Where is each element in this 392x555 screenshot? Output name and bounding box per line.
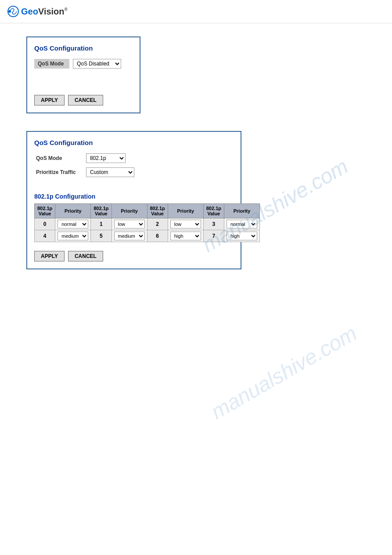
panel1-mode-select[interactable]: QoS Disabled 802.1p DSCP xyxy=(73,59,121,69)
col-header-val1: 802.1pValue xyxy=(91,204,111,218)
panel2-mode-label: QoS Mode xyxy=(34,153,83,163)
panel1-title: QoS Configuration xyxy=(34,44,133,52)
panel1-button-row: APPLY CANCEL xyxy=(34,95,133,105)
row1-pri0-cell: low normal medium high xyxy=(55,218,91,230)
panel2-cancel-button[interactable]: CANCEL xyxy=(68,251,103,261)
row1-pri3-cell: low normal medium high xyxy=(224,218,260,230)
col-header-val3: 802.1pValue xyxy=(203,204,224,218)
row1-val3: 3 xyxy=(203,218,224,230)
row2-val3: 7 xyxy=(203,230,224,242)
panel1-apply-button[interactable]: APPLY xyxy=(34,95,65,105)
row2-val0: 4 xyxy=(35,230,55,242)
header: GeoVision® xyxy=(0,0,392,23)
row2-val1: 5 xyxy=(91,230,111,242)
row1-val1: 1 xyxy=(91,218,111,230)
qos-panel-2: QoS Configuration QoS Mode QoS Disabled … xyxy=(26,131,241,269)
panel2-subtitle: 802.1p Configuration xyxy=(34,193,234,200)
row2-pri3-cell: low normal medium high xyxy=(224,230,260,242)
row2-pri0-cell: low normal medium high xyxy=(55,230,91,242)
col-header-pri1: Priority xyxy=(111,204,147,218)
svg-point-1 xyxy=(8,10,11,13)
row2-pri1-select[interactable]: low normal medium high xyxy=(114,232,145,240)
qos-panel-1: QoS Configuration QoS Mode QoS Disabled … xyxy=(26,36,140,113)
logo-text: GeoVision® xyxy=(21,7,68,17)
panel2-traffic-select[interactable]: Custom Default xyxy=(86,167,134,177)
row1-pri1-select[interactable]: low normal medium high xyxy=(114,220,145,229)
col-header-pri3: Priority xyxy=(224,204,260,218)
panel2-mode-row: QoS Mode QoS Disabled 802.1p DSCP xyxy=(34,153,234,163)
row2-pri2-cell: low normal medium high xyxy=(168,230,203,242)
row1-pri1-cell: low normal medium high xyxy=(111,218,147,230)
row1-pri2-cell: low normal medium high xyxy=(168,218,203,230)
panel2-button-row: APPLY CANCEL xyxy=(34,251,234,261)
table-row-1: 0 low normal medium high 1 low nor xyxy=(35,218,260,230)
row2-pri2-select[interactable]: low normal medium high xyxy=(170,232,201,240)
panel2-title: QoS Configuration xyxy=(34,139,234,146)
panel1-mode-row: QoS Mode QoS Disabled 802.1p DSCP xyxy=(34,59,133,69)
panel2-mode-select[interactable]: QoS Disabled 802.1p DSCP xyxy=(86,153,126,163)
col-header-val2: 802.1pValue xyxy=(147,204,168,218)
table-row-2: 4 low normal medium high 5 low nor xyxy=(35,230,260,242)
geovision-logo-icon xyxy=(7,5,19,18)
panel1-mode-label: QoS Mode xyxy=(34,59,69,69)
panel2-apply-button[interactable]: APPLY xyxy=(34,251,65,261)
col-header-pri2: Priority xyxy=(168,204,203,218)
row1-pri3-select[interactable]: low normal medium high xyxy=(227,220,257,229)
row1-val2: 2 xyxy=(147,218,168,230)
main-content: QoS Configuration QoS Mode QoS Disabled … xyxy=(0,23,392,300)
config-table: 802.1pValue Priority 802.1pValue Priorit… xyxy=(34,203,260,242)
panel1-cancel-button[interactable]: CANCEL xyxy=(68,95,103,105)
col-header-val0: 802.1pValue xyxy=(35,204,55,218)
row2-val2: 6 xyxy=(147,230,168,242)
panel2-traffic-row: Prioritize Traffic Custom Default xyxy=(34,167,234,177)
logo: GeoVision® xyxy=(7,5,68,18)
row1-pri2-select[interactable]: low normal medium high xyxy=(170,220,201,229)
row1-pri0-select[interactable]: low normal medium high xyxy=(58,220,88,229)
row1-val0: 0 xyxy=(35,218,55,230)
row2-pri3-select[interactable]: low normal medium high xyxy=(227,232,257,240)
col-header-pri0: Priority xyxy=(55,204,91,218)
row2-pri0-select[interactable]: low normal medium high xyxy=(58,232,88,240)
panel2-traffic-label: Prioritize Traffic xyxy=(34,167,83,177)
watermark-2: manualshive.com xyxy=(207,321,361,424)
row2-pri1-cell: low normal medium high xyxy=(111,230,147,242)
